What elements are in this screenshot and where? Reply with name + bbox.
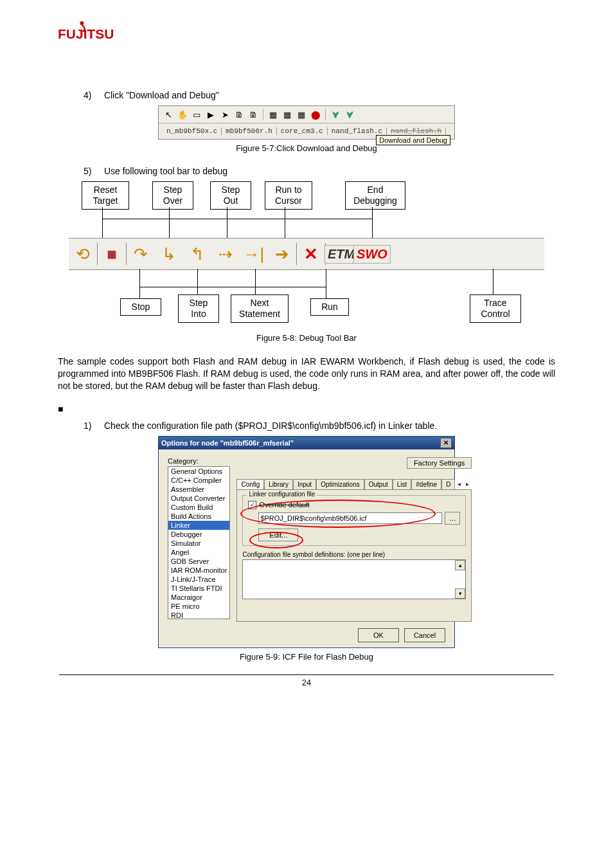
hand-icon: ✋	[177, 109, 188, 120]
docplus-icon: 🗎	[247, 109, 259, 120]
category-item[interactable]: C/C++ Compiler	[168, 476, 229, 485]
cancel-button[interactable]: Cancel	[404, 628, 445, 642]
fig-5-9-caption: Figure 5-9: ICF File for Flash Debug	[58, 652, 555, 662]
override-default-label: Override default	[259, 501, 309, 509]
swo-button[interactable]: SWO	[353, 245, 391, 264]
scroll-up-icon[interactable]: ▴	[455, 560, 465, 570]
lbl-step-into: Step Into	[178, 294, 219, 323]
fig-5-7: ↖ ✋ ▭ ▶ ➤ 🗎 🗎 ▦ ▦ ▦ ⬤ ⮟ ⮟ n_mb9bf50x.c m…	[158, 105, 455, 140]
step-over-icon[interactable]: ↷	[134, 244, 148, 264]
options-tabs: Config Library Input Optimizations Outpu…	[236, 479, 472, 490]
step-4-text: Click "Download and Debug"	[104, 90, 219, 100]
lbl-run-to-cursor: Run to Cursor	[265, 181, 312, 210]
tab-scroll-right-icon[interactable]: ▸	[463, 479, 472, 489]
download-debug-tooltip: Download and Debug	[376, 135, 450, 145]
step-into-icon[interactable]: ↳	[162, 244, 176, 264]
dialog-title: Options for node "mb9bf506r_mfserial"	[161, 439, 294, 447]
tab-config[interactable]: Config	[236, 479, 264, 489]
lbl-step-out: Step Out	[210, 181, 251, 210]
download-icon[interactable]: ⮟	[344, 109, 355, 120]
redball-icon: ⬤	[310, 109, 321, 120]
tab-list[interactable]: List	[393, 479, 412, 489]
cursor-icon: ↖	[163, 109, 174, 120]
category-item[interactable]: GDB Server	[168, 557, 229, 566]
factory-settings-button[interactable]: Factory Settings	[407, 457, 472, 469]
category-item[interactable]: Linker	[168, 521, 229, 530]
tab-optimizations[interactable]: Optimizations	[316, 479, 364, 489]
tab-library[interactable]: Library	[264, 479, 293, 489]
category-item[interactable]: Assembler	[168, 485, 229, 494]
grid2-icon: ▦	[281, 109, 293, 120]
step-out-icon[interactable]: ↰	[190, 244, 204, 264]
run-to-cursor-icon[interactable]: →|	[244, 244, 265, 264]
step-1b: 1) Check the configuration file path ($P…	[84, 420, 555, 431]
fig57-toolbar: ↖ ✋ ▭ ▶ ➤ 🗎 🗎 ▦ ▦ ▦ ⬤ ⮟ ⮟	[159, 106, 454, 123]
tab-output[interactable]: Output	[364, 479, 393, 489]
category-item[interactable]: TI Stellaris FTDI	[168, 584, 229, 593]
tab-input[interactable]: Input	[293, 479, 316, 489]
fig-5-9-dialog: Options for node "mb9bf506r_mfserial" ✕ …	[158, 436, 455, 648]
category-label: Category:	[168, 457, 230, 465]
tab-d[interactable]: D	[441, 479, 455, 489]
svg-text:FUJITSU: FUJITSU	[58, 26, 114, 41]
tab-define[interactable]: #define	[411, 479, 441, 489]
run-icon[interactable]: ➔	[275, 244, 289, 264]
step-4: 4) Click "Download and Debug"	[84, 90, 555, 100]
category-item[interactable]: PE micro	[168, 602, 229, 611]
end-debug-icon[interactable]: ✕	[304, 244, 318, 264]
page-number: 24	[59, 674, 554, 687]
step-5-num: 5)	[84, 166, 102, 176]
sym-def-textarea[interactable]: ▴ ▾	[242, 559, 466, 599]
category-item[interactable]: General Options	[168, 467, 229, 476]
fastfwd-icon: ➤	[219, 109, 231, 120]
section-bullet: ■	[58, 404, 555, 414]
category-item[interactable]: Macraigor	[168, 593, 229, 602]
category-item[interactable]: RDI	[168, 611, 229, 619]
override-default-checkbox[interactable]: ✓ Override default	[248, 501, 460, 509]
category-item[interactable]: Simulator	[168, 539, 229, 548]
lbl-step-over: Step Over	[152, 181, 193, 210]
tab-scroll-left-icon[interactable]: ◂	[455, 479, 463, 489]
edit-button[interactable]: Edit...	[258, 529, 298, 541]
stop-icon[interactable]: ■	[107, 244, 117, 264]
fig-5-8: Reset Target Step Over Step Out Run to C…	[69, 181, 544, 329]
category-item[interactable]: IAR ROM-monitor	[168, 566, 229, 575]
next-stmt-icon[interactable]: ⇢	[218, 244, 233, 264]
category-item[interactable]: Output Converter	[168, 494, 229, 503]
download-debug-icon[interactable]: ⮟	[330, 109, 341, 120]
svg-point-1	[80, 21, 84, 25]
category-item[interactable]: Custom Build	[168, 503, 229, 512]
doc-icon: 🗎	[233, 109, 245, 120]
lbl-end-debugging: End Debugging	[345, 181, 405, 210]
category-item[interactable]: Build Actions	[168, 512, 229, 521]
tab-file-1[interactable]: mb9bf506r.h	[222, 127, 277, 135]
grid3-icon: ▦	[296, 109, 307, 120]
step-1b-num: 1)	[84, 420, 102, 431]
grid1-icon: ▦	[267, 109, 279, 120]
tab-file-0[interactable]: n_mb9bf50x.c	[163, 127, 222, 135]
tab-file-2[interactable]: core_cm3.c	[277, 127, 328, 135]
category-item[interactable]: J-Link/J-Trace	[168, 575, 229, 584]
reset-icon[interactable]: ⟲	[76, 244, 90, 264]
fig-5-7-caption: Figure 5-7:Click Download and Debug	[58, 143, 555, 153]
lbl-stop: Stop	[120, 298, 161, 316]
lbl-trace-control: Trace Control	[470, 294, 521, 323]
fig-5-8-caption: Figure 5-8: Debug Tool Bar	[58, 333, 555, 343]
ok-button[interactable]: OK	[358, 628, 399, 642]
sym-def-label: Configuration file symbol definitions: (…	[242, 551, 466, 558]
browse-button[interactable]: …	[445, 512, 460, 525]
category-item[interactable]: Debugger	[168, 530, 229, 539]
close-icon[interactable]: ✕	[440, 438, 452, 448]
category-item[interactable]: Angel	[168, 548, 229, 557]
tab-file-4[interactable]: nand_flash.h	[387, 127, 446, 135]
scroll-down-icon[interactable]: ▾	[455, 588, 465, 599]
tab-file-3[interactable]: nand_flash.c	[328, 127, 387, 135]
fujitsu-logo: FUJITSU	[58, 19, 116, 45]
icf-path-input[interactable]	[258, 512, 442, 524]
lbl-run: Run	[310, 298, 349, 316]
category-listbox[interactable]: General OptionsC/C++ CompilerAssemblerOu…	[168, 466, 230, 619]
dialog-titlebar: Options for node "mb9bf506r_mfserial" ✕	[159, 437, 454, 449]
step-4-num: 4)	[84, 90, 102, 100]
step-5-text: Use following tool bar to debug	[104, 166, 227, 176]
window-icon: ▭	[191, 109, 202, 120]
